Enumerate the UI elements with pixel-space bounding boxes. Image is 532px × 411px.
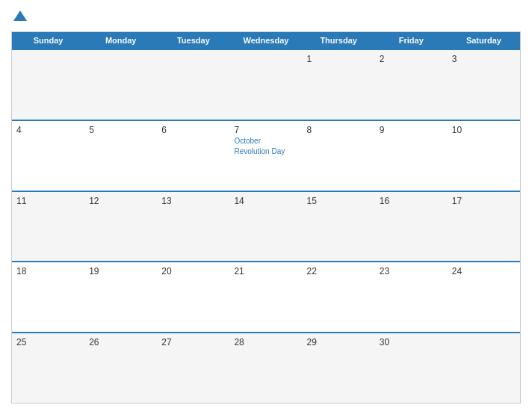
event-label: October Revolution Day: [234, 137, 285, 155]
day-number: 9: [380, 125, 443, 135]
day-number: 27: [161, 337, 225, 347]
day-number: 25: [16, 337, 80, 347]
day-number: 17: [452, 196, 516, 206]
page: SundayMondayTuesdayWednesdayThursdayFrid…: [0, 0, 532, 411]
day-cell: 16: [375, 192, 448, 262]
day-number: 21: [234, 266, 297, 276]
day-number: 2: [380, 54, 443, 64]
day-number: 16: [380, 196, 443, 206]
day-number: 15: [307, 196, 371, 206]
day-number: 30: [380, 337, 443, 347]
day-cell: 24: [448, 262, 520, 332]
day-cell: 4: [12, 121, 84, 191]
day-cell: 15: [303, 192, 375, 262]
day-cell: [229, 50, 302, 120]
day-cell: 2: [375, 50, 448, 120]
day-cell: 21: [229, 262, 302, 332]
day-number: 26: [89, 337, 152, 347]
week-row-3: 11121314151617: [12, 191, 520, 262]
day-cell: 17: [448, 192, 520, 262]
day-cell: [448, 333, 520, 403]
day-number: 18: [16, 266, 80, 276]
day-cell: 27: [157, 333, 229, 403]
day-cell: 12: [84, 192, 157, 262]
day-cell: 18: [12, 262, 84, 332]
day-number: 3: [452, 54, 516, 64]
day-number: 11: [16, 196, 80, 206]
day-number: 13: [161, 196, 225, 206]
day-number: 10: [452, 125, 516, 135]
week-row-4: 18192021222324: [12, 261, 520, 332]
day-number: 12: [89, 196, 152, 206]
day-cell: 23: [375, 262, 448, 332]
day-cell: [157, 50, 229, 120]
weekday-header-sunday: Sunday: [12, 32, 84, 49]
day-number: 4: [16, 125, 80, 135]
day-cell: 11: [12, 192, 84, 262]
logo-icon: [13, 9, 27, 22]
day-cell: 29: [303, 333, 375, 403]
day-cell: 28: [229, 333, 302, 403]
week-row-5: 252627282930: [12, 332, 520, 403]
weekday-header-monday: Monday: [84, 32, 157, 49]
day-cell: [12, 50, 84, 120]
day-cell: 19: [84, 262, 157, 332]
svg-marker-0: [13, 10, 27, 21]
day-number: 29: [307, 337, 371, 347]
day-cell: 14: [229, 192, 302, 262]
day-cell: 7October Revolution Day: [229, 121, 302, 191]
day-cell: 22: [303, 262, 375, 332]
day-cell: 5: [84, 121, 157, 191]
day-number: 24: [452, 266, 516, 276]
day-number: 22: [307, 266, 371, 276]
day-number: 6: [161, 125, 225, 135]
day-cell: 30: [375, 333, 448, 403]
weekday-header-friday: Friday: [375, 32, 448, 49]
day-cell: 9: [375, 121, 448, 191]
day-number: 19: [89, 266, 152, 276]
day-number: 7: [234, 125, 297, 135]
week-row-1: 123: [12, 49, 520, 120]
day-number: 1: [307, 54, 371, 64]
day-cell: 8: [303, 121, 375, 191]
logo: [11, 7, 27, 25]
calendar-header: SundayMondayTuesdayWednesdayThursdayFrid…: [12, 32, 520, 49]
calendar: SundayMondayTuesdayWednesdayThursdayFrid…: [11, 31, 521, 404]
day-number: 20: [161, 266, 225, 276]
header: [11, 7, 521, 25]
day-cell: 1: [303, 50, 375, 120]
day-cell: 10: [448, 121, 520, 191]
day-number: 8: [307, 125, 371, 135]
day-cell: 13: [157, 192, 229, 262]
day-cell: 26: [84, 333, 157, 403]
weekday-header-tuesday: Tuesday: [157, 32, 229, 49]
day-number: 23: [380, 266, 443, 276]
calendar-body: 1234567October Revolution Day89101112131…: [12, 49, 520, 403]
day-cell: 6: [157, 121, 229, 191]
day-cell: 25: [12, 333, 84, 403]
day-number: 5: [89, 125, 152, 135]
day-number: 14: [234, 196, 297, 206]
weekday-header-wednesday: Wednesday: [229, 32, 302, 49]
week-row-2: 4567October Revolution Day8910: [12, 120, 520, 191]
day-cell: 20: [157, 262, 229, 332]
day-number: 28: [234, 337, 297, 347]
weekday-header-thursday: Thursday: [303, 32, 375, 49]
weekday-header-saturday: Saturday: [448, 32, 520, 49]
day-cell: 3: [448, 50, 520, 120]
day-cell: [84, 50, 157, 120]
